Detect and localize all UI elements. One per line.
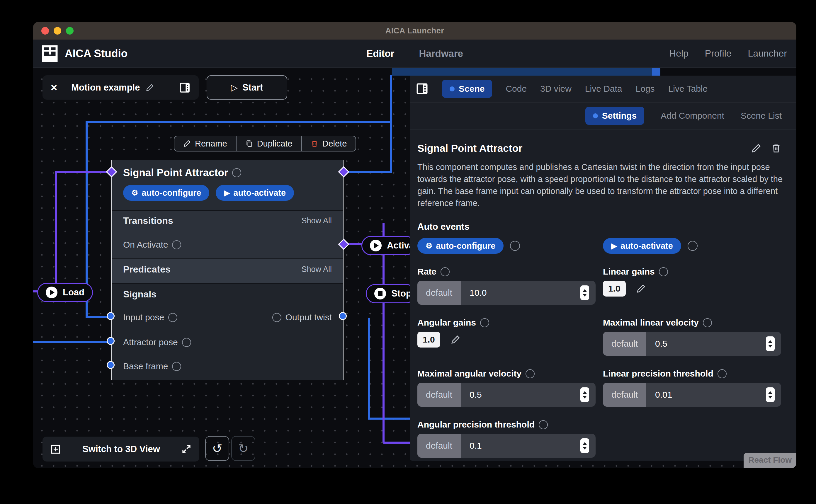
auto-configure-button[interactable]: ⚙ auto-configure <box>123 185 209 201</box>
base-frame-row[interactable]: Base frame <box>112 358 343 374</box>
auto-activate-button[interactable]: ▶ auto-activate <box>216 185 294 201</box>
input-pose-port[interactable] <box>107 312 115 320</box>
linear-gains-chip[interactable]: 1.0 <box>603 281 626 297</box>
tab-logs[interactable]: Logs <box>636 84 655 94</box>
edit-component-pencil-icon[interactable] <box>751 143 761 153</box>
info-icon[interactable] <box>526 369 535 378</box>
start-button[interactable]: ▷ Start <box>207 75 287 100</box>
redo-button[interactable]: ↻ <box>231 436 255 461</box>
maximize-window-icon[interactable] <box>66 27 74 35</box>
stepper-icon[interactable] <box>580 438 589 453</box>
info-icon[interactable] <box>539 420 548 429</box>
nav-editor[interactable]: Editor <box>366 48 394 59</box>
stepper-icon[interactable] <box>766 336 775 351</box>
activate-state-node[interactable]: Activate <box>361 236 416 255</box>
info-icon[interactable] <box>441 267 450 276</box>
link-launcher[interactable]: Launcher <box>748 48 787 59</box>
rate-value[interactable]: 10.0 <box>461 288 580 298</box>
edge-blue-top-band[interactable] <box>392 68 652 76</box>
link-help[interactable]: Help <box>669 48 689 59</box>
info-icon[interactable] <box>688 241 698 251</box>
edge-blue-output-vertical[interactable] <box>368 318 370 420</box>
angular-gains-chip[interactable]: 1.0 <box>417 332 440 348</box>
auto-configure-button[interactable]: ⚙ auto-configure <box>417 238 504 254</box>
delete-component-trash-icon[interactable] <box>771 143 781 153</box>
on-activate-row[interactable]: On Activate <box>112 236 343 253</box>
nav-hardware[interactable]: Hardware <box>419 48 463 59</box>
linear-precision-threshold-input[interactable]: default 0.01 <box>603 383 781 407</box>
tab-code[interactable]: Code <box>506 84 527 94</box>
rate-input[interactable]: default 10.0 <box>417 281 596 305</box>
minimize-window-icon[interactable] <box>54 27 61 35</box>
edge-blue-output-horizontal[interactable] <box>368 418 412 420</box>
stepper-icon[interactable] <box>580 387 589 402</box>
link-profile[interactable]: Profile <box>705 48 732 59</box>
max-angular-velocity-value[interactable]: 0.5 <box>461 390 580 400</box>
close-icon[interactable]: × <box>51 82 57 93</box>
undo-button[interactable]: ↺ <box>205 436 229 461</box>
subtab-settings[interactable]: Settings <box>585 107 644 125</box>
base-frame-port[interactable] <box>107 361 115 369</box>
panel-toggle-icon[interactable] <box>179 82 191 93</box>
info-icon[interactable] <box>510 241 520 251</box>
linear-precision-threshold-value[interactable]: 0.01 <box>646 390 766 400</box>
output-twist-port[interactable] <box>339 312 347 320</box>
edge-purple-bottom-horizontal[interactable] <box>383 442 412 444</box>
delete-button[interactable]: Delete <box>302 136 356 151</box>
stop-state-node[interactable]: Stop <box>366 284 416 303</box>
play-icon: ▶ <box>611 242 617 250</box>
transitions-show-all[interactable]: Show All <box>301 216 332 225</box>
attractor-pose-port[interactable] <box>107 337 115 345</box>
edge-blue-right-vertical[interactable] <box>390 75 392 173</box>
info-icon[interactable] <box>172 240 181 249</box>
stepper-icon[interactable] <box>766 387 775 402</box>
max-linear-velocity-input[interactable]: default 0.5 <box>603 332 781 356</box>
edge-blue-from-title-port[interactable] <box>343 171 392 173</box>
edge-blue-attractor-pose[interactable] <box>33 341 114 343</box>
subtab-scene-list[interactable]: Scene List <box>741 111 782 121</box>
fit-view-icon[interactable] <box>50 444 61 455</box>
tab-live-data[interactable]: Live Data <box>585 84 622 94</box>
edit-pencil-icon[interactable] <box>451 335 460 344</box>
edge-purple-right-vertical[interactable] <box>383 223 385 442</box>
edge-blue-top-band-cap[interactable] <box>652 68 660 76</box>
edge-purple-load-horizontal[interactable] <box>55 171 112 173</box>
rename-button[interactable]: Rename <box>174 136 237 151</box>
tab-3d-view[interactable]: 3D view <box>540 84 572 94</box>
info-icon[interactable] <box>659 267 668 276</box>
auto-activate-button[interactable]: ▶ auto-activate <box>603 238 681 254</box>
edge-blue-top-horizontal[interactable] <box>86 121 392 123</box>
stepper-icon[interactable] <box>580 285 589 300</box>
input-pose-row[interactable]: Input pose Output twist <box>112 309 343 326</box>
max-angular-velocity-input[interactable]: default 0.5 <box>417 383 596 407</box>
attractor-pose-row[interactable]: Attractor pose <box>112 334 343 350</box>
info-icon[interactable] <box>703 318 712 327</box>
flow-canvas[interactable]: Signal Point Attractor ⚙ auto-configure … <box>33 68 796 468</box>
tab-live-table[interactable]: Live Table <box>668 84 708 94</box>
close-window-icon[interactable] <box>41 27 49 35</box>
info-icon[interactable] <box>480 318 489 327</box>
info-icon[interactable] <box>272 313 281 322</box>
info-icon[interactable] <box>168 313 177 322</box>
angular-precision-threshold-value[interactable]: 0.1 <box>461 441 580 451</box>
duplicate-button[interactable]: Duplicate <box>237 136 302 151</box>
view-switch-bar[interactable]: Switch to 3D View <box>43 437 199 462</box>
edit-title-pencil-icon[interactable] <box>146 84 154 92</box>
info-icon[interactable] <box>232 168 241 177</box>
panel-collapse-icon[interactable] <box>416 82 429 95</box>
predicates-show-all[interactable]: Show All <box>301 265 332 274</box>
reactflow-watermark[interactable]: React Flow <box>744 453 796 468</box>
signal-point-attractor-node[interactable]: Signal Point Attractor ⚙ auto-configure … <box>111 160 344 380</box>
expand-icon[interactable] <box>181 444 192 454</box>
tab-scene[interactable]: Scene <box>442 80 492 98</box>
info-icon[interactable] <box>182 338 191 347</box>
load-state-node[interactable]: Load <box>37 283 93 302</box>
subtab-add-component[interactable]: Add Component <box>661 111 724 121</box>
info-icon[interactable] <box>172 362 181 371</box>
angular-precision-threshold-input[interactable]: default 0.1 <box>417 434 596 458</box>
max-linear-velocity-value[interactable]: 0.5 <box>646 339 766 349</box>
edit-pencil-icon[interactable] <box>636 284 646 293</box>
edge-purple-load-vertical[interactable] <box>55 171 57 285</box>
info-icon[interactable] <box>718 369 727 378</box>
window-titlebar[interactable]: AICA Launcher <box>33 22 796 40</box>
